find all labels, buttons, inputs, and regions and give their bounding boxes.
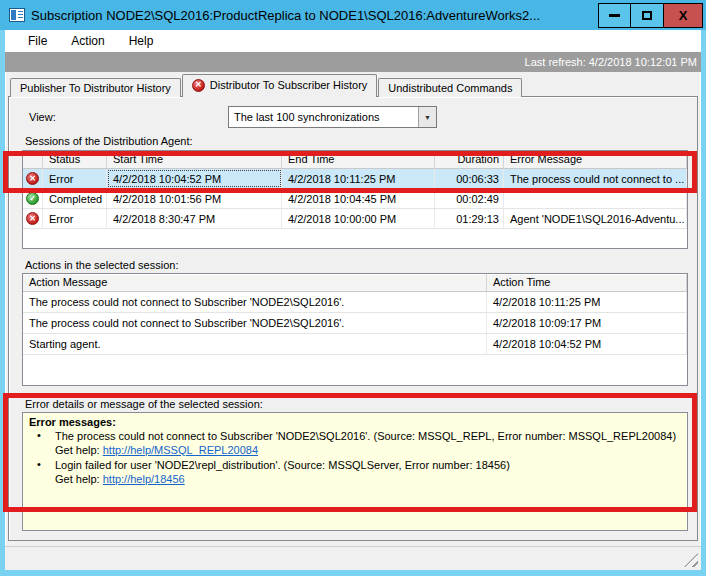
column-header-duration[interactable]: Duration <box>435 151 504 168</box>
tab-label: Undistributed Commands <box>388 82 512 94</box>
cell-duration: 01:29:13 <box>435 209 504 228</box>
close-button[interactable]: X <box>664 3 703 28</box>
app-icon <box>9 8 25 22</box>
cell-error-message: The process could not connect to ... <box>504 169 687 188</box>
last-refresh-text: Last refresh: 4/2/2018 10:12:01 PM <box>525 56 697 68</box>
success-icon: ✓ <box>23 189 43 208</box>
cell-status: Completed <box>43 189 107 208</box>
get-help-prefix: Get help: <box>55 473 103 485</box>
cell-start-time: 4/2/2018 8:30:47 PM <box>107 209 282 228</box>
list-item: • Login failed for user 'NODE2\repl_dist… <box>29 458 681 486</box>
cell-end-time: 4/2/2018 10:00:00 PM <box>282 209 435 228</box>
tab-distributor-to-subscriber-history[interactable]: ✕ Distributor To Subscriber History <box>182 74 378 97</box>
view-label: View: <box>29 111 56 123</box>
minimize-button[interactable] <box>598 3 631 28</box>
error-icon: ✕ <box>23 209 43 228</box>
menu-file[interactable]: File <box>28 34 47 48</box>
column-header-status[interactable]: Status <box>43 151 107 168</box>
actions-header: Action Message Action Time <box>23 274 687 292</box>
bullet-icon: • <box>29 458 55 486</box>
cell-start-time: 4/2/2018 10:01:56 PM <box>107 189 282 208</box>
column-header-end-time[interactable]: End Time <box>282 151 435 168</box>
list-item: • The process could not connect to Subsc… <box>29 429 681 457</box>
tab-label: Distributor To Subscriber History <box>210 79 368 91</box>
sessions-header: Status Start Time End Time Duration Erro… <box>23 151 687 169</box>
column-header-action-message[interactable]: Action Message <box>23 274 487 291</box>
cell-action-message: The process could not connect to Subscri… <box>23 313 487 333</box>
sessions-label: Sessions of the Distribution Agent: <box>25 135 193 147</box>
status-bar <box>5 546 701 570</box>
cell-action-time: 4/2/2018 10:04:52 PM <box>487 334 687 354</box>
error-icon: ✕ <box>23 169 43 188</box>
table-row[interactable]: ✓ Completed 4/2/2018 10:01:56 PM 4/2/201… <box>23 189 687 209</box>
chevron-down-icon[interactable]: ▼ <box>418 107 436 127</box>
cell-duration: 00:06:33 <box>435 169 504 188</box>
menu-help[interactable]: Help <box>129 34 154 48</box>
minimize-icon <box>609 14 620 17</box>
maximize-button[interactable] <box>631 3 664 28</box>
cell-duration: 00:02:49 <box>435 189 504 208</box>
resize-grip-icon[interactable] <box>684 553 698 567</box>
cell-status: Error <box>43 209 107 228</box>
cell-end-time: 4/2/2018 10:04:45 PM <box>282 189 435 208</box>
error-messages-heading: Error messages: <box>29 416 681 428</box>
maximize-icon <box>642 11 652 20</box>
tab-label: Publisher To Distributor History <box>20 82 171 94</box>
column-header-start-time[interactable]: Start Time <box>107 151 282 168</box>
table-row[interactable]: The process could not connect to Subscri… <box>23 313 687 334</box>
tab-strip: Publisher To Distributor History ✕ Distr… <box>10 77 523 97</box>
title-bar: Subscription NODE2\SQL2016:ProductReplic… <box>0 0 706 30</box>
client-area: Publisher To Distributor History ✕ Distr… <box>5 72 701 570</box>
error-details-label: Error details or message of the selected… <box>25 398 263 410</box>
actions-label: Actions in the selected session: <box>25 259 178 271</box>
help-link[interactable]: http://help/MSSQL_REPL20084 <box>103 444 258 456</box>
cell-end-time: 4/2/2018 10:11:25 PM <box>282 169 435 188</box>
bullet-icon: • <box>29 429 55 457</box>
actions-table: Action Message Action Time The process c… <box>22 273 688 386</box>
cell-start-time: 4/2/2018 10:04:52 PM <box>107 169 282 188</box>
menu-action[interactable]: Action <box>71 34 104 48</box>
error-message-text: The process could not connect to Subscri… <box>55 430 676 442</box>
get-help-prefix: Get help: <box>55 444 103 456</box>
table-row[interactable]: Starting agent. 4/2/2018 10:04:52 PM <box>23 334 687 355</box>
error-message-text: Login failed for user 'NODE2\repl_distri… <box>55 459 510 471</box>
cell-action-time: 4/2/2018 10:09:17 PM <box>487 313 687 333</box>
cell-action-message: The process could not connect to Subscri… <box>23 292 487 312</box>
table-row[interactable]: The process could not connect to Subscri… <box>23 292 687 313</box>
view-dropdown[interactable]: The last 100 synchronizations ▼ <box>228 106 437 128</box>
tab-undistributed-commands[interactable]: Undistributed Commands <box>378 78 522 97</box>
cell-action-message: Starting agent. <box>23 334 487 354</box>
error-icon: ✕ <box>192 79 205 92</box>
cell-error-message: Agent 'NODE1\SQL2016-Adventu... <box>504 209 687 228</box>
help-link[interactable]: http://help/18456 <box>103 473 185 485</box>
sessions-table: Status Start Time End Time Duration Erro… <box>22 150 688 249</box>
table-row[interactable]: ✕ Error 4/2/2018 10:04:52 PM 4/2/2018 10… <box>23 169 687 189</box>
subscription-window: Subscription NODE2\SQL2016:ProductReplic… <box>0 0 706 576</box>
view-dropdown-value: The last 100 synchronizations <box>229 111 418 123</box>
column-header-icon[interactable] <box>23 151 43 168</box>
cell-error-message <box>504 189 687 208</box>
table-row[interactable]: ✕ Error 4/2/2018 8:30:47 PM 4/2/2018 10:… <box>23 209 687 229</box>
tab-publisher-to-distributor-history[interactable]: Publisher To Distributor History <box>10 78 181 97</box>
last-refresh-bar: Last refresh: 4/2/2018 10:12:01 PM <box>5 52 701 72</box>
column-header-action-time[interactable]: Action Time <box>487 274 687 291</box>
column-header-error-message[interactable]: Error Message <box>504 151 687 168</box>
error-messages-panel: Error messages: • The process could not … <box>22 412 688 531</box>
cell-status: Error <box>43 169 107 188</box>
window-title: Subscription NODE2\SQL2016:ProductReplic… <box>31 8 598 23</box>
tab-page: View: The last 100 synchronizations ▼ Se… <box>8 96 698 541</box>
cell-action-time: 4/2/2018 10:11:25 PM <box>487 292 687 312</box>
menu-bar: File Action Help <box>5 30 701 52</box>
